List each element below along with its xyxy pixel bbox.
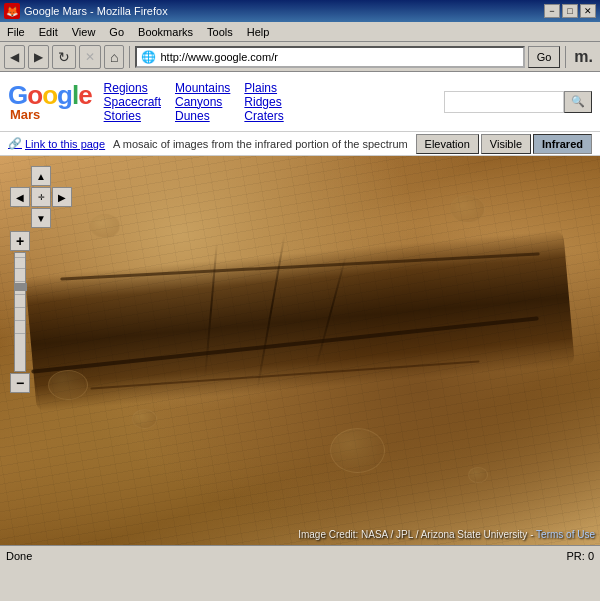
nav-ridges[interactable]: Ridges — [244, 95, 283, 109]
titlebar: 🦊 Google Mars - Mozilla Firefox − □ ✕ — [0, 0, 600, 22]
home-button[interactable]: ⌂ — [104, 45, 124, 69]
gm-header: Google Mars Regions Mountains Plains Spa… — [0, 72, 600, 132]
statusbar: Done PR: 0 — [0, 545, 600, 565]
crater-3 — [330, 428, 385, 473]
google-logo: Google Mars — [8, 82, 92, 121]
menu-bookmarks[interactable]: Bookmarks — [135, 25, 196, 39]
view-buttons: Elevation Visible Infrared — [416, 134, 592, 154]
back-button[interactable]: ◀ — [4, 45, 25, 69]
stop-button[interactable]: ✕ — [79, 45, 101, 69]
link-to-page[interactable]: 🔗 Link to this page — [8, 137, 105, 150]
menu-file[interactable]: File — [4, 25, 28, 39]
titlebar-left: 🦊 Google Mars - Mozilla Firefox — [4, 3, 168, 19]
map-container[interactable]: ▲ ◀ ✛ ▶ ▼ + − Image Credit: NASA / JPL /… — [0, 156, 600, 545]
credit-text: Image Credit: NASA / JPL / Arizona State… — [298, 529, 533, 540]
terms-of-use-link[interactable]: Terms of Use — [536, 529, 595, 540]
close-button[interactable]: ✕ — [580, 4, 596, 18]
pan-left-button[interactable]: ◀ — [10, 187, 30, 207]
nav-regions[interactable]: Regions — [104, 81, 161, 95]
image-credit: Image Credit: NASA / JPL / Arizona State… — [298, 529, 595, 540]
nav-canyons[interactable]: Canyons — [175, 95, 230, 109]
menu-edit[interactable]: Edit — [36, 25, 61, 39]
nav-mountains[interactable]: Mountains — [175, 81, 230, 95]
refresh-button[interactable]: ↻ — [52, 45, 76, 69]
menu-tools[interactable]: Tools — [204, 25, 236, 39]
search-button[interactable]: 🔍 — [564, 91, 592, 113]
minimize-button[interactable]: − — [544, 4, 560, 18]
zoom-thumb[interactable] — [15, 283, 27, 291]
address-text: http://www.google.com/r — [160, 51, 277, 63]
go-button[interactable]: Go — [528, 46, 561, 68]
mars-terrain — [0, 156, 600, 545]
pan-center-button[interactable]: ✛ — [31, 187, 51, 207]
visible-button[interactable]: Visible — [481, 134, 531, 154]
mosaic-info: A mosaic of images from the infrared por… — [113, 138, 408, 150]
zoom-in-button[interactable]: + — [10, 231, 30, 251]
status-text: Done — [6, 550, 32, 562]
search-box: 🔍 — [444, 91, 592, 113]
address-bar[interactable]: 🌐 http://www.google.com/r — [135, 46, 524, 68]
address-icon: 🌐 — [141, 50, 156, 64]
g-letter: G — [8, 80, 27, 110]
o2-letter: o — [42, 80, 57, 110]
zoom-out-button[interactable]: − — [10, 373, 30, 393]
info-bar: 🔗 Link to this page A mosaic of images f… — [0, 132, 600, 156]
nav-controls: ▲ ◀ ✛ ▶ ▼ — [10, 166, 72, 228]
g2-letter: g — [57, 80, 72, 110]
gm-nav-links: Regions Mountains Plains Spacecraft Cany… — [104, 81, 284, 123]
elevation-button[interactable]: Elevation — [416, 134, 479, 154]
nav-spacecraft[interactable]: Spacecraft — [104, 95, 161, 109]
infrared-button[interactable]: Infrared — [533, 134, 592, 154]
o1-letter: o — [27, 80, 42, 110]
pan-right-button[interactable]: ▶ — [52, 187, 72, 207]
menubar: File Edit View Go Bookmarks Tools Help — [0, 22, 600, 42]
search-brand-icon: m. — [571, 48, 596, 66]
nav-dunes[interactable]: Dunes — [175, 109, 230, 123]
window-title: Google Mars - Mozilla Firefox — [24, 5, 168, 17]
nav-plains[interactable]: Plains — [244, 81, 283, 95]
menu-go[interactable]: Go — [106, 25, 127, 39]
crater-1 — [48, 370, 88, 400]
nav-stories[interactable]: Stories — [104, 109, 161, 123]
crater-2 — [132, 409, 157, 429]
pan-up-button[interactable]: ▲ — [31, 166, 51, 186]
chain-icon: 🔗 — [8, 137, 22, 150]
menu-help[interactable]: Help — [244, 25, 273, 39]
nav-craters[interactable]: Craters — [244, 109, 283, 123]
forward-button[interactable]: ▶ — [28, 45, 49, 69]
google-text: Google — [8, 82, 92, 108]
firefox-icon: 🦊 — [4, 3, 20, 19]
search-input[interactable] — [444, 91, 564, 113]
pr-indicator: PR: 0 — [566, 550, 594, 562]
menu-view[interactable]: View — [69, 25, 99, 39]
e-letter: e — [78, 80, 91, 110]
crater-6 — [450, 195, 485, 223]
zoom-slider[interactable] — [14, 252, 26, 372]
mars-label: Mars — [10, 108, 40, 121]
titlebar-right: − □ ✕ — [544, 4, 596, 18]
terrain-texture — [0, 156, 600, 545]
toolbar: ◀ ▶ ↻ ✕ ⌂ 🌐 http://www.google.com/r Go m… — [0, 42, 600, 72]
pan-down-button[interactable]: ▼ — [31, 208, 51, 228]
link-text: Link to this page — [25, 138, 105, 150]
maximize-button[interactable]: □ — [562, 4, 578, 18]
zoom-controls: + − — [10, 231, 30, 393]
